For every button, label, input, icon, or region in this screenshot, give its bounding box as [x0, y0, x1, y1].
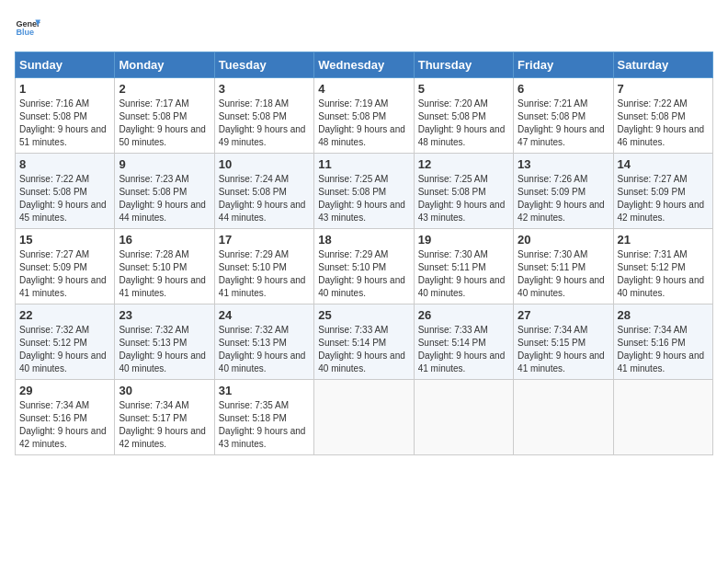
week-row-4: 22 Sunrise: 7:32 AM Sunset: 5:12 PM Dayl… — [16, 304, 713, 380]
day-number: 31 — [219, 384, 310, 397]
logo: General Blue — [15, 15, 40, 40]
day-info: Sunrise: 7:16 AM Sunset: 5:08 PM Dayligh… — [19, 98, 110, 149]
day-number: 26 — [418, 308, 509, 322]
day-number: 14 — [618, 157, 709, 171]
day-info: Sunrise: 7:26 AM Sunset: 5:09 PM Dayligh… — [518, 173, 609, 224]
day-info: Sunrise: 7:32 AM Sunset: 5:13 PM Dayligh… — [219, 324, 310, 375]
day-number: 8 — [19, 157, 110, 171]
day-info: Sunrise: 7:30 AM Sunset: 5:11 PM Dayligh… — [518, 248, 609, 300]
day-info: Sunrise: 7:28 AM Sunset: 5:10 PM Dayligh… — [119, 248, 210, 300]
column-header-saturday: Saturday — [613, 52, 712, 78]
day-info: Sunrise: 7:19 AM Sunset: 5:08 PM Dayligh… — [318, 98, 409, 149]
day-number: 2 — [119, 82, 210, 96]
day-info: Sunrise: 7:18 AM Sunset: 5:08 PM Dayligh… — [219, 98, 310, 149]
day-info: Sunrise: 7:22 AM Sunset: 5:08 PM Dayligh… — [19, 173, 110, 224]
calendar-cell: 22 Sunrise: 7:32 AM Sunset: 5:12 PM Dayl… — [16, 304, 115, 380]
day-info: Sunrise: 7:32 AM Sunset: 5:12 PM Dayligh… — [19, 324, 110, 375]
day-info: Sunrise: 7:17 AM Sunset: 5:08 PM Dayligh… — [119, 98, 210, 149]
calendar-cell: 4 Sunrise: 7:19 AM Sunset: 5:08 PM Dayli… — [314, 78, 414, 154]
calendar-cell — [414, 380, 513, 455]
day-info: Sunrise: 7:24 AM Sunset: 5:08 PM Dayligh… — [219, 173, 310, 224]
day-info: Sunrise: 7:29 AM Sunset: 5:10 PM Dayligh… — [318, 248, 409, 300]
calendar-cell: 1 Sunrise: 7:16 AM Sunset: 5:08 PM Dayli… — [16, 78, 115, 154]
day-info: Sunrise: 7:34 AM Sunset: 5:16 PM Dayligh… — [19, 399, 110, 451]
day-number: 30 — [119, 384, 210, 397]
week-row-1: 1 Sunrise: 7:16 AM Sunset: 5:08 PM Dayli… — [16, 78, 713, 154]
day-number: 10 — [219, 157, 310, 171]
day-number: 23 — [119, 308, 210, 322]
day-number: 6 — [518, 82, 609, 96]
day-number: 5 — [418, 82, 509, 96]
calendar-table: SundayMondayTuesdayWednesdayThursdayFrid… — [15, 52, 713, 455]
day-info: Sunrise: 7:31 AM Sunset: 5:12 PM Dayligh… — [618, 248, 709, 300]
calendar-cell: 16 Sunrise: 7:28 AM Sunset: 5:10 PM Dayl… — [115, 229, 214, 304]
calendar-cell: 14 Sunrise: 7:27 AM Sunset: 5:09 PM Dayl… — [613, 154, 712, 229]
day-info: Sunrise: 7:25 AM Sunset: 5:08 PM Dayligh… — [418, 173, 509, 224]
day-info: Sunrise: 7:34 AM Sunset: 5:15 PM Dayligh… — [518, 324, 609, 375]
day-info: Sunrise: 7:29 AM Sunset: 5:10 PM Dayligh… — [219, 248, 310, 300]
day-number: 12 — [418, 157, 509, 171]
calendar-cell: 3 Sunrise: 7:18 AM Sunset: 5:08 PM Dayli… — [214, 78, 313, 154]
calendar-cell: 12 Sunrise: 7:25 AM Sunset: 5:08 PM Dayl… — [414, 154, 513, 229]
calendar-cell: 5 Sunrise: 7:20 AM Sunset: 5:08 PM Dayli… — [414, 78, 513, 154]
svg-text:Blue: Blue — [16, 28, 34, 37]
column-header-friday: Friday — [514, 52, 613, 78]
day-number: 24 — [219, 308, 310, 322]
week-row-3: 15 Sunrise: 7:27 AM Sunset: 5:09 PM Dayl… — [16, 229, 713, 304]
day-number: 9 — [119, 157, 210, 171]
day-number: 15 — [19, 233, 110, 247]
day-info: Sunrise: 7:20 AM Sunset: 5:08 PM Dayligh… — [418, 98, 509, 149]
calendar-cell: 8 Sunrise: 7:22 AM Sunset: 5:08 PM Dayli… — [16, 154, 115, 229]
day-number: 29 — [19, 384, 110, 397]
column-header-thursday: Thursday — [414, 52, 513, 78]
day-info: Sunrise: 7:34 AM Sunset: 5:17 PM Dayligh… — [119, 399, 210, 451]
day-info: Sunrise: 7:27 AM Sunset: 5:09 PM Dayligh… — [19, 248, 110, 300]
calendar-cell: 21 Sunrise: 7:31 AM Sunset: 5:12 PM Dayl… — [613, 229, 712, 304]
day-info: Sunrise: 7:25 AM Sunset: 5:08 PM Dayligh… — [318, 173, 409, 224]
calendar-cell — [314, 380, 414, 455]
calendar-cell: 31 Sunrise: 7:35 AM Sunset: 5:18 PM Dayl… — [214, 380, 313, 455]
column-header-tuesday: Tuesday — [214, 52, 313, 78]
header: General Blue — [15, 15, 713, 40]
day-info: Sunrise: 7:32 AM Sunset: 5:13 PM Dayligh… — [119, 324, 210, 375]
day-info: Sunrise: 7:34 AM Sunset: 5:16 PM Dayligh… — [618, 324, 709, 375]
day-number: 18 — [318, 233, 409, 247]
day-number: 7 — [618, 82, 709, 96]
day-number: 25 — [318, 308, 409, 322]
day-number: 19 — [418, 233, 509, 247]
column-header-wednesday: Wednesday — [314, 52, 414, 78]
calendar-cell: 27 Sunrise: 7:34 AM Sunset: 5:15 PM Dayl… — [514, 304, 613, 380]
calendar-body: 1 Sunrise: 7:16 AM Sunset: 5:08 PM Dayli… — [16, 78, 713, 455]
calendar-cell: 7 Sunrise: 7:22 AM Sunset: 5:08 PM Dayli… — [613, 78, 712, 154]
day-number: 13 — [518, 157, 609, 171]
calendar-cell: 28 Sunrise: 7:34 AM Sunset: 5:16 PM Dayl… — [613, 304, 712, 380]
calendar-cell: 9 Sunrise: 7:23 AM Sunset: 5:08 PM Dayli… — [115, 154, 214, 229]
day-info: Sunrise: 7:21 AM Sunset: 5:08 PM Dayligh… — [518, 98, 609, 149]
day-number: 16 — [119, 233, 210, 247]
day-info: Sunrise: 7:33 AM Sunset: 5:14 PM Dayligh… — [318, 324, 409, 375]
day-info: Sunrise: 7:22 AM Sunset: 5:08 PM Dayligh… — [618, 98, 709, 149]
calendar-cell — [514, 380, 613, 455]
day-number: 3 — [219, 82, 310, 96]
day-number: 20 — [518, 233, 609, 247]
calendar-cell: 19 Sunrise: 7:30 AM Sunset: 5:11 PM Dayl… — [414, 229, 513, 304]
day-info: Sunrise: 7:23 AM Sunset: 5:08 PM Dayligh… — [119, 173, 210, 224]
day-number: 27 — [518, 308, 609, 322]
day-info: Sunrise: 7:33 AM Sunset: 5:14 PM Dayligh… — [418, 324, 509, 375]
column-header-monday: Monday — [115, 52, 214, 78]
week-row-2: 8 Sunrise: 7:22 AM Sunset: 5:08 PM Dayli… — [16, 154, 713, 229]
calendar-cell: 13 Sunrise: 7:26 AM Sunset: 5:09 PM Dayl… — [514, 154, 613, 229]
week-row-5: 29 Sunrise: 7:34 AM Sunset: 5:16 PM Dayl… — [16, 380, 713, 455]
day-info: Sunrise: 7:27 AM Sunset: 5:09 PM Dayligh… — [618, 173, 709, 224]
calendar-cell — [613, 380, 712, 455]
calendar-cell: 29 Sunrise: 7:34 AM Sunset: 5:16 PM Dayl… — [16, 380, 115, 455]
day-info: Sunrise: 7:35 AM Sunset: 5:18 PM Dayligh… — [219, 399, 310, 451]
calendar-cell: 15 Sunrise: 7:27 AM Sunset: 5:09 PM Dayl… — [16, 229, 115, 304]
calendar-cell: 25 Sunrise: 7:33 AM Sunset: 5:14 PM Dayl… — [314, 304, 414, 380]
calendar-cell: 24 Sunrise: 7:32 AM Sunset: 5:13 PM Dayl… — [214, 304, 313, 380]
day-info: Sunrise: 7:30 AM Sunset: 5:11 PM Dayligh… — [418, 248, 509, 300]
calendar-cell: 11 Sunrise: 7:25 AM Sunset: 5:08 PM Dayl… — [314, 154, 414, 229]
day-number: 17 — [219, 233, 310, 247]
column-header-sunday: Sunday — [16, 52, 115, 78]
calendar-cell: 23 Sunrise: 7:32 AM Sunset: 5:13 PM Dayl… — [115, 304, 214, 380]
